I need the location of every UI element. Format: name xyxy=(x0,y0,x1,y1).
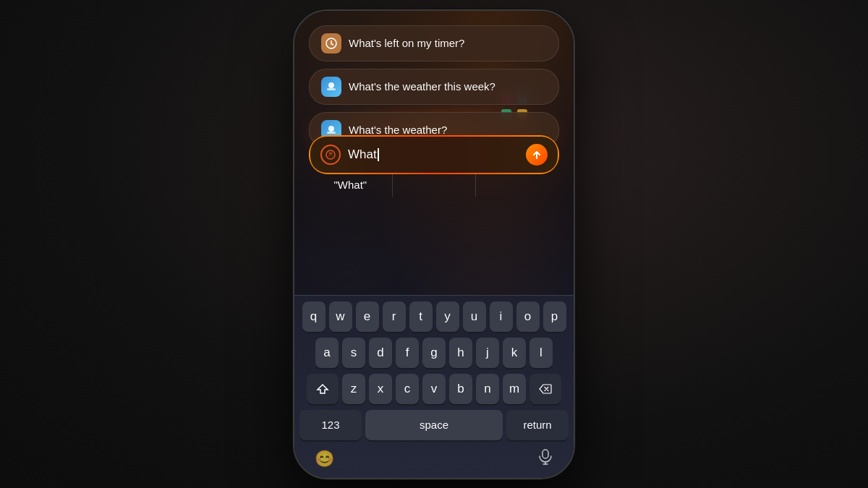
key-l[interactable]: l xyxy=(529,338,553,368)
svg-rect-6 xyxy=(327,88,336,90)
svg-point-7 xyxy=(328,126,334,132)
key-y[interactable]: y xyxy=(436,301,459,332)
key-d[interactable]: d xyxy=(369,338,392,368)
key-h[interactable]: h xyxy=(449,338,472,368)
key-x[interactable]: x xyxy=(369,374,392,404)
search-bar[interactable]: What xyxy=(309,135,559,174)
delete-key[interactable] xyxy=(529,374,561,404)
key-o[interactable]: o xyxy=(516,301,540,332)
key-c[interactable]: c xyxy=(396,374,419,404)
svg-rect-8 xyxy=(327,132,336,134)
phone-frame: What's left on my timer? What's the weat… xyxy=(293,9,575,479)
suggestion-text-2: What's the weather? xyxy=(349,124,447,136)
key-j[interactable]: j xyxy=(476,338,499,368)
key-q[interactable]: q xyxy=(302,301,326,332)
autocomplete-item-0[interactable]: "What" xyxy=(309,173,393,197)
autocomplete-bar: "What" xyxy=(309,173,559,197)
return-key[interactable]: return xyxy=(506,410,569,440)
search-input[interactable]: What xyxy=(348,147,519,162)
suggestion-text-1: What's the weather this week? xyxy=(349,80,495,93)
suggestion-item-1[interactable]: What's the weather this week? xyxy=(309,69,559,105)
emoji-icon[interactable]: 😊 xyxy=(315,450,334,468)
key-n[interactable]: n xyxy=(476,374,499,404)
key-u[interactable]: u xyxy=(463,301,486,332)
key-k[interactable]: k xyxy=(503,338,526,368)
keyboard-row-3: z x c v b n m xyxy=(297,374,571,404)
key-m[interactable]: m xyxy=(503,374,526,404)
send-button[interactable] xyxy=(526,144,548,166)
autocomplete-item-2[interactable] xyxy=(476,173,559,197)
keyboard-row-2: a s d f g h j k l xyxy=(297,338,571,368)
siri-icon xyxy=(320,145,341,165)
keyboard-row-1: q w e r t y u i o p xyxy=(297,301,571,332)
cursor xyxy=(378,148,379,161)
key-p[interactable]: p xyxy=(543,301,566,332)
space-key[interactable]: space xyxy=(365,410,503,440)
keyboard-row-4: 123 space return xyxy=(297,410,571,440)
mic-icon[interactable] xyxy=(537,449,553,469)
keyboard-bottom-bar: 😊 xyxy=(297,446,571,475)
clock-icon xyxy=(321,33,341,53)
suggestion-text-0: What's left on my timer? xyxy=(349,37,464,49)
svg-point-5 xyxy=(328,82,334,88)
key-b[interactable]: b xyxy=(449,374,472,404)
weather-icon-1 xyxy=(321,77,341,97)
key-i[interactable]: i xyxy=(490,301,513,332)
suggestion-pills: What's left on my timer? What's the weat… xyxy=(309,25,559,148)
key-s[interactable]: s xyxy=(342,338,365,368)
numbers-key[interactable]: 123 xyxy=(299,410,362,440)
key-v[interactable]: v xyxy=(422,374,446,404)
key-t[interactable]: t xyxy=(409,301,433,332)
key-r[interactable]: r xyxy=(383,301,406,332)
autocomplete-item-1[interactable] xyxy=(393,173,477,197)
suggestion-item-0[interactable]: What's left on my timer? xyxy=(309,25,559,61)
key-w[interactable]: w xyxy=(329,301,352,332)
keyboard: q w e r t y u i o p a s d f g h j k xyxy=(294,295,574,478)
search-input-value: What xyxy=(348,147,377,161)
shift-key[interactable] xyxy=(307,374,339,404)
key-g[interactable]: g xyxy=(422,338,446,368)
search-bar-container: What xyxy=(309,135,559,174)
key-z[interactable]: z xyxy=(342,374,365,404)
key-e[interactable]: e xyxy=(356,301,379,332)
key-a[interactable]: a xyxy=(315,338,339,368)
svg-rect-10 xyxy=(542,450,548,458)
key-f[interactable]: f xyxy=(396,338,419,368)
phone-screen: What's left on my timer? What's the weat… xyxy=(294,11,574,478)
